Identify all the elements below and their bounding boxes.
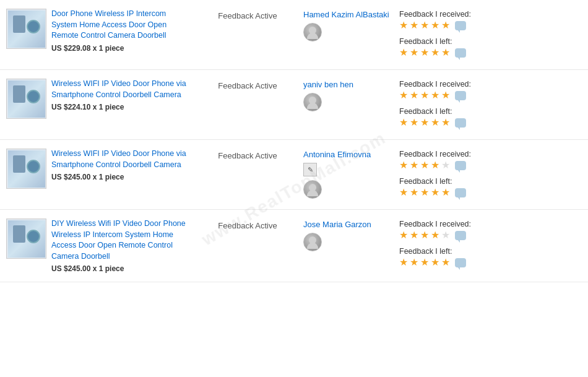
star-icon: ★ [431,48,439,58]
star-icon: ★ [441,230,450,240]
star-icon: ★ [420,90,429,100]
product-thumbnail [6,219,46,259]
chat-bubble-icon[interactable] [454,47,467,58]
feedback-received-label: Feedback I received: [399,10,582,19]
chat-bubble-icon[interactable] [454,160,467,171]
star-icon: ★ [420,20,429,30]
product-title-link[interactable]: Wireless WIFI IP Video Door Phone via Sm… [51,149,192,170]
chat-bubble-icon[interactable] [454,117,467,128]
star-icon: ★ [441,48,450,58]
feedback-left-section: Feedback I left: ★★★★★ [399,37,582,58]
feedback-status: Feedback Active [192,9,303,20]
star-icon: ★ [441,20,450,30]
star-icon: ★ [420,160,429,170]
star-icon: ★ [431,230,439,240]
product-title-link[interactable]: Door Phone Wireless IP Intercom System H… [51,9,192,41]
product-price: US $229.08 x 1 piece [51,44,192,53]
chat-bubble-icon[interactable] [454,90,467,101]
chat-bubble-icon[interactable] [454,257,467,268]
product-column: Wireless WIFI IP Video Door Phone via Sm… [6,149,192,189]
chat-bubble-icon[interactable] [454,187,467,198]
product-info: Door Phone Wireless IP Intercom System H… [51,9,192,53]
stars-row: ★★★★★ [399,90,582,101]
star-icon: ★ [431,160,439,170]
feedback-received-section: Feedback I received: ★★★★★ [399,220,582,241]
product-thumbnail [6,9,46,49]
feedback-left-label: Feedback I left: [399,177,582,186]
buyer-avatar [303,233,322,251]
product-price: US $245.00 x 1 piece [51,173,192,181]
table-row: Wireless WIFI IP Video Door Phone via Sm… [0,70,588,140]
product-info: Wireless WIFI IP Video Door Phone via Sm… [51,79,192,111]
stars-row: ★★★★★ [399,257,582,268]
stars-row: ★★★★★ [399,117,582,128]
star-icon: ★ [410,230,418,240]
star-icon: ★ [431,188,439,197]
feedback-left-section: Feedback I left: ★★★★★ [399,177,582,198]
star-icon: ★ [410,188,418,197]
stars-row: ★★★★★ [399,160,582,171]
chat-bubble-icon[interactable] [454,20,467,31]
star-icon: ★ [431,118,439,128]
status-label: Feedback Active [218,151,277,160]
feedback-received-section: Feedback I received: ★★★★★ [399,150,582,171]
feedback-status: Feedback Active [192,219,303,230]
feedback-left-section: Feedback I left: ★★★★★ [399,247,582,268]
star-icon: ★ [410,90,418,100]
star-icon: ★ [399,48,408,58]
buyer-name[interactable]: Jose Maria Garzon [303,220,371,229]
feedback-column: Feedback I received: ★★★★★ Feedback I le… [399,9,582,61]
product-info: Wireless WIFI IP Video Door Phone via Sm… [51,149,192,181]
star-icon: ★ [399,188,408,197]
buyer-column: Jose Maria Garzon [303,219,399,251]
star-icon: ★ [431,258,439,267]
chat-bubble-icon[interactable] [454,230,467,241]
product-thumbnail [6,149,46,189]
product-column: DIY Wireless Wifi IP Video Door Phone Wi… [6,219,192,273]
product-thumbnail [6,79,46,119]
star-icon: ★ [441,90,450,100]
star-icon: ★ [410,48,418,58]
product-info: DIY Wireless Wifi IP Video Door Phone Wi… [51,219,192,273]
table-row: Wireless WIFI IP Video Door Phone via Sm… [0,140,588,210]
stars-row: ★★★★★ [399,187,582,198]
star-icon: ★ [441,118,450,128]
star-icon: ★ [441,160,450,170]
star-icon: ★ [410,160,418,170]
star-icon: ★ [420,230,429,240]
buyer-name[interactable]: Antonina Efimovna [303,150,371,159]
star-icon: ★ [420,48,429,58]
table-row: DIY Wireless Wifi IP Video Door Phone Wi… [0,210,588,282]
buyer-column: Antonina Efimovna ✎ [303,149,399,199]
feedback-received-label: Feedback I received: [399,150,582,158]
feedback-column: Feedback I received: ★★★★★ Feedback I le… [399,79,582,131]
star-icon: ★ [420,188,429,197]
product-column: Door Phone Wireless IP Intercom System H… [6,9,192,53]
star-icon: ★ [410,118,418,128]
status-label: Feedback Active [218,11,277,20]
feedback-column: Feedback I received: ★★★★★ Feedback I le… [399,149,582,201]
table-row: Door Phone Wireless IP Intercom System H… [0,0,588,70]
stars-row: ★★★★★ [399,47,582,58]
star-icon: ★ [410,20,418,30]
star-icon: ★ [399,160,408,170]
star-icon: ★ [399,90,408,100]
product-title-link[interactable]: DIY Wireless Wifi IP Video Door Phone Wi… [51,219,192,262]
status-label: Feedback Active [218,81,277,90]
edit-icon[interactable]: ✎ [303,163,317,176]
feedback-received-label: Feedback I received: [399,220,582,228]
buyer-column: yaniv ben hen [303,79,399,111]
feedback-left-label: Feedback I left: [399,37,582,46]
buyer-avatar [303,180,322,199]
star-icon: ★ [420,118,429,128]
buyer-name[interactable]: Hamed Kazim AlBastaki [303,10,389,19]
feedback-status: Feedback Active [192,79,303,90]
buyer-avatar [303,93,322,111]
product-title-link[interactable]: Wireless WIFI IP Video Door Phone via Sm… [51,79,192,100]
star-icon: ★ [399,118,408,128]
star-icon: ★ [431,90,439,100]
feedback-left-label: Feedback I left: [399,247,582,256]
buyer-avatar [303,23,322,41]
star-icon: ★ [399,20,408,30]
buyer-name[interactable]: yaniv ben hen [303,80,353,89]
